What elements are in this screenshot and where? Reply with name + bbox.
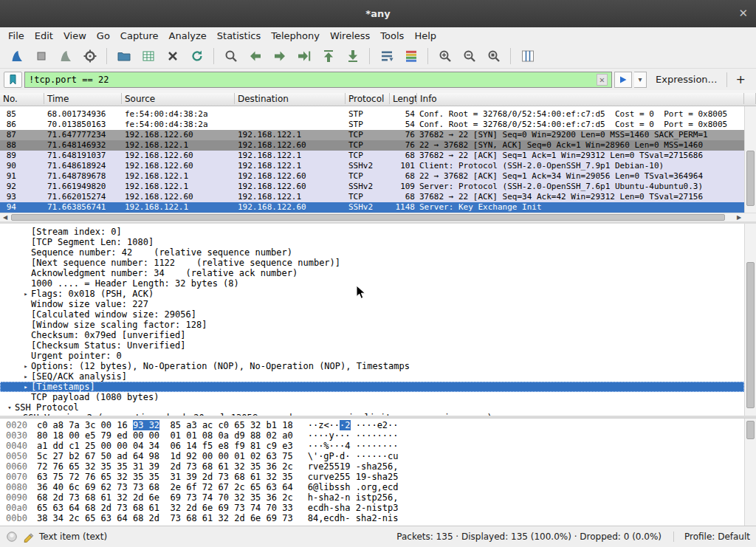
menu-item-analyze[interactable]: Analyze (164, 29, 212, 43)
packet-row-94[interactable]: 9471.663856741192.168.122.1192.168.122.6… (0, 202, 744, 213)
packet-row-91[interactable]: 9171.648789678192.168.122.1192.168.122.6… (0, 171, 744, 182)
detail-line[interactable]: [Next sequence number: 1122 (relative se… (0, 258, 744, 268)
filter-apply-button[interactable] (614, 72, 632, 88)
expression-button[interactable]: Expression… (649, 74, 724, 85)
detail-line[interactable]: ▾SSH Protocol (0, 402, 744, 413)
detail-line[interactable]: TCP payload (1080 bytes) (0, 392, 744, 402)
hex-ascii[interactable]: curve255 19-sha25 (308, 472, 399, 482)
hex-vscroll-thumb[interactable] (746, 421, 755, 439)
hscroll-left-arrow-icon[interactable]: ◀ (0, 213, 10, 221)
colorize-button[interactable] (399, 46, 422, 66)
zoom-original-button[interactable] (482, 46, 505, 66)
detail-line[interactable]: ▸[Timestamps] (0, 382, 744, 392)
details-vscrollbar[interactable] (744, 224, 756, 416)
hex-ascii[interactable]: ····y··· ········ (308, 430, 399, 441)
hex-row-00b0[interactable]: 00b038 34 2c 65 63 64 68 2d 73 68 61 32 … (6, 513, 744, 523)
detail-line[interactable]: SSH Version 2 (encryption:chacha20-poly1… (0, 413, 744, 416)
menu-item-telephony[interactable]: Telephony (266, 29, 325, 43)
menu-item-edit[interactable]: Edit (30, 29, 58, 43)
hex-row-0060[interactable]: 006072 76 65 32 35 35 31 39 2d 73 68 61 … (6, 461, 744, 472)
hex-row-0090[interactable]: 009068 2d 73 68 61 32 2d 6e 69 73 74 70 … (6, 492, 744, 503)
hex-bytes[interactable]: 38 34 2c 65 63 64 68 2d 73 68 61 32 2d 6… (37, 513, 293, 523)
filter-dropdown-button[interactable]: ▾ (634, 72, 647, 88)
hex-bytes[interactable]: c0 a8 7a 3c 00 16 93 32 85 a3 ac c0 65 3… (37, 420, 293, 430)
find-packet-button[interactable] (219, 46, 242, 66)
hex-bytes[interactable]: 72 76 65 32 35 35 31 39 2d 73 68 61 32 3… (37, 461, 293, 472)
go-to-packet-button[interactable] (292, 46, 315, 66)
menu-item-capture[interactable]: Capture (115, 29, 164, 43)
capture-comment-icon[interactable] (23, 531, 34, 543)
auto-scroll-button[interactable] (375, 46, 398, 66)
detail-line[interactable]: [Checksum Status: Unverified] (0, 340, 744, 351)
detail-line[interactable]: [Calculated window size: 29056] (0, 309, 744, 320)
detail-line[interactable]: ▸Options: (12 bytes), No-Operation (NOP)… (0, 361, 744, 371)
detail-line[interactable]: [TCP Segment Len: 1080] (0, 237, 744, 247)
hex-ascii[interactable]: ···%···4 ········ (308, 441, 399, 451)
column-header-info[interactable]: Info (417, 93, 744, 104)
details-vscroll-thumb[interactable] (746, 262, 755, 408)
expander-icon[interactable]: ▸ (21, 371, 31, 382)
detail-line[interactable]: Urgent pointer: 0 (0, 351, 744, 361)
detail-line[interactable]: Checksum: 0x79ed [unverified] (0, 330, 744, 340)
detail-line[interactable]: 1000 .... = Header Length: 32 bytes (8) (0, 278, 744, 289)
hex-bytes[interactable]: a1 dd c1 25 00 00 04 34 06 14 f5 e8 f9 8… (37, 441, 293, 451)
detail-line[interactable]: Acknowledgment number: 34 (relative ack … (0, 268, 744, 278)
packet-row-86[interactable]: 8670.013850163fe:54:00:d4:38:2aSTP54Conf… (0, 120, 744, 130)
hex-bytes[interactable]: 80 18 00 e5 79 ed 00 00 01 01 08 0a d9 8… (37, 430, 293, 441)
zoom-out-button[interactable] (458, 46, 481, 66)
hex-row-0080[interactable]: 008036 40 6c 69 62 73 73 68 2e 6f 72 67 … (6, 482, 744, 492)
expander-icon[interactable]: ▸ (21, 361, 31, 371)
expander-icon[interactable]: ▸ (21, 382, 31, 392)
detail-line[interactable]: ▸Flags: 0x018 (PSH, ACK) (0, 289, 744, 299)
file-open-button[interactable] (112, 46, 135, 66)
hex-row-0030[interactable]: 003080 18 00 e5 79 ed 00 00 01 01 08 0a … (6, 430, 744, 441)
capture-stop-button[interactable] (30, 46, 52, 66)
hscroll-thumb[interactable] (11, 214, 725, 221)
hex-row-0040[interactable]: 0040a1 dd c1 25 00 00 04 34 06 14 f5 e8 … (6, 441, 744, 451)
hex-bytes[interactable]: 5c 27 b2 67 50 ad 64 98 1d 92 00 00 01 0… (37, 451, 293, 461)
hex-selected-bytes[interactable]: 93 32 (133, 420, 159, 430)
capture-options-button[interactable] (78, 46, 101, 66)
expander-icon[interactable]: ▸ (21, 289, 31, 299)
menu-item-file[interactable]: File (3, 29, 30, 43)
go-forward-button[interactable] (268, 46, 291, 66)
hex-bytes[interactable]: 63 75 72 76 65 32 35 35 31 39 2d 73 68 6… (37, 472, 293, 482)
add-filter-button[interactable]: + (729, 72, 752, 86)
column-header-length[interactable]: Length (390, 93, 417, 104)
hex-ascii[interactable]: 6@libssh .org,ecd (308, 482, 399, 492)
detail-line[interactable]: Window size value: 227 (0, 299, 744, 309)
hex-bytes[interactable]: 68 2d 73 68 61 32 2d 6e 69 73 74 70 32 3… (37, 492, 293, 503)
ascii-selected-chars[interactable]: ·2 (340, 420, 350, 430)
menu-item-statistics[interactable]: Statistics (212, 29, 266, 43)
hex-row-0070[interactable]: 007063 75 72 76 65 32 35 35 31 39 2d 73 … (6, 472, 744, 482)
menu-item-wireless[interactable]: Wireless (325, 29, 375, 43)
detail-line[interactable]: Sequence number: 42 (relative sequence n… (0, 247, 744, 258)
close-window-icon[interactable]: ✕ (738, 7, 748, 20)
detail-line[interactable]: [Window size scaling factor: 128] (0, 320, 744, 330)
hex-ascii[interactable]: ··z<···2 ····e2·· (308, 420, 399, 430)
packet-list-hscrollbar[interactable]: ◀ ▶ (0, 213, 756, 221)
hex-ascii[interactable]: rve25519 -sha256, (308, 461, 399, 472)
file-save-button[interactable] (137, 46, 159, 66)
packet-row-93[interactable]: 9371.662015274192.168.122.60192.168.122.… (0, 192, 744, 202)
column-header-source[interactable]: Source (122, 93, 235, 104)
hex-ascii[interactable]: ecdh-sha 2-nistp3 (308, 503, 399, 513)
hex-ascii[interactable]: 84,ecdh- sha2-nis (308, 513, 399, 523)
expander-icon[interactable]: ▾ (4, 402, 15, 413)
status-profile[interactable]: Profile: Default (673, 531, 750, 542)
packet-row-92[interactable]: 9271.661949820192.168.122.1192.168.122.6… (0, 182, 744, 192)
menu-item-tools[interactable]: Tools (375, 29, 409, 43)
menu-item-help[interactable]: Help (409, 29, 441, 43)
go-last-button[interactable] (341, 46, 364, 66)
column-header-protocol[interactable]: Protocol (346, 93, 390, 104)
column-header-no[interactable]: No. (0, 93, 44, 104)
zoom-in-button[interactable] (433, 46, 456, 66)
filter-clear-icon[interactable]: ✕ (597, 74, 608, 86)
detail-line[interactable]: [Stream index: 0] (0, 227, 744, 237)
menu-item-view[interactable]: View (58, 29, 92, 43)
capture-restart-button[interactable] (54, 46, 77, 66)
packet-row-87[interactable]: 8771.647777234192.168.122.60192.168.122.… (0, 130, 744, 140)
column-header-time[interactable]: Time (44, 93, 122, 104)
hex-bytes[interactable]: 36 40 6c 69 62 73 73 68 2e 6f 72 67 2c 6… (37, 482, 293, 492)
hex-ascii[interactable]: \'·gP·d· ······cu (308, 451, 399, 461)
